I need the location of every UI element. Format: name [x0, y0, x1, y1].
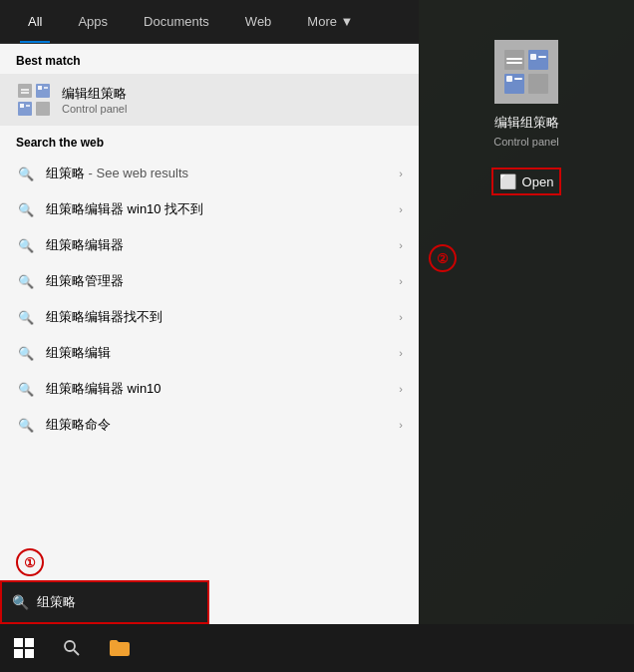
web-result-7[interactable]: 🔍 组策略命令 ›: [0, 407, 419, 443]
open-label: Open: [522, 174, 554, 189]
svg-rect-0: [18, 84, 32, 98]
right-panel-subtitle: Control panel: [493, 136, 558, 148]
taskbar-search-button[interactable]: [48, 624, 96, 672]
search-web-label: Search the web: [0, 126, 419, 156]
search-bar[interactable]: 🔍 组策略: [0, 580, 209, 624]
web-result-2[interactable]: 🔍 组策略编辑器 ›: [0, 227, 419, 263]
svg-point-20: [65, 641, 75, 651]
svg-rect-6: [20, 104, 24, 108]
chevron-icon-4: ›: [399, 311, 403, 323]
search-icon-0: 🔍: [16, 164, 36, 183]
svg-rect-13: [528, 74, 548, 94]
windows-logo-icon: [14, 638, 34, 658]
svg-rect-8: [38, 86, 42, 90]
right-panel-icon: [494, 40, 558, 104]
web-result-1[interactable]: 🔍 组策略编辑器 win10 找不到 ›: [0, 191, 419, 227]
search-icon-6: 🔍: [16, 379, 36, 399]
search-icon-2: 🔍: [16, 235, 36, 255]
nav-tabs: All Apps Documents Web More ▼: [0, 0, 419, 44]
search-icon-7: 🔍: [16, 415, 36, 435]
tab-web[interactable]: Web: [227, 0, 290, 43]
web-result-4[interactable]: 🔍 组策略编辑器找不到 ›: [0, 299, 419, 335]
tab-more[interactable]: More ▼: [289, 0, 371, 43]
svg-line-21: [74, 650, 79, 655]
annotation-circle-2: ②: [429, 244, 457, 272]
right-panel: 编辑组策略 Control panel ⬜ Open: [419, 0, 634, 624]
svg-rect-15: [506, 62, 522, 64]
taskbar: [0, 624, 634, 672]
chevron-icon-2: ›: [399, 239, 403, 251]
chevron-icon-0: ›: [399, 168, 403, 179]
web-result-0[interactable]: 🔍 组策略 - See web results ›: [0, 156, 419, 191]
web-result-6[interactable]: 🔍 组策略编辑器 win10 ›: [0, 371, 419, 407]
open-button[interactable]: ⬜ Open: [491, 168, 562, 195]
tab-documents[interactable]: Documents: [126, 0, 227, 43]
tab-all[interactable]: All: [10, 0, 60, 43]
chevron-icon-3: ›: [399, 275, 403, 287]
svg-rect-16: [530, 54, 536, 60]
svg-rect-3: [36, 102, 50, 116]
right-panel-title: 编辑组策略: [494, 114, 559, 132]
best-match-item[interactable]: 编辑组策略 Control panel: [0, 74, 419, 126]
chevron-icon-5: ›: [399, 347, 403, 359]
start-menu: All Apps Documents Web More ▼ Best match: [0, 0, 419, 624]
open-icon: ⬜: [499, 173, 516, 189]
best-match-text: 编辑组策略 Control panel: [62, 85, 127, 115]
search-icon-4: 🔍: [16, 307, 36, 327]
svg-rect-14: [506, 58, 522, 60]
search-icon-5: 🔍: [16, 343, 36, 363]
tab-apps[interactable]: Apps: [60, 0, 126, 43]
start-button[interactable]: [0, 624, 48, 672]
svg-rect-19: [514, 78, 522, 80]
search-bar-icon: 🔍: [12, 594, 29, 610]
chevron-icon-1: ›: [399, 203, 403, 215]
annotation-circle-1: ①: [16, 548, 44, 576]
search-icon-1: 🔍: [16, 199, 36, 219]
web-result-3[interactable]: 🔍 组策略管理器 ›: [0, 263, 419, 299]
svg-rect-18: [506, 76, 512, 82]
web-result-5[interactable]: 🔍 组策略编辑 ›: [0, 335, 419, 371]
best-match-icon: [16, 82, 52, 118]
search-bar-text: 组策略: [37, 593, 76, 611]
search-results: Best match 编辑组策略: [0, 44, 419, 624]
taskbar-folder-button[interactable]: [96, 624, 144, 672]
search-icon-3: 🔍: [16, 271, 36, 291]
chevron-icon-7: ›: [399, 419, 403, 431]
chevron-icon-6: ›: [399, 383, 403, 395]
svg-rect-17: [538, 56, 546, 58]
best-match-label: Best match: [0, 44, 419, 74]
